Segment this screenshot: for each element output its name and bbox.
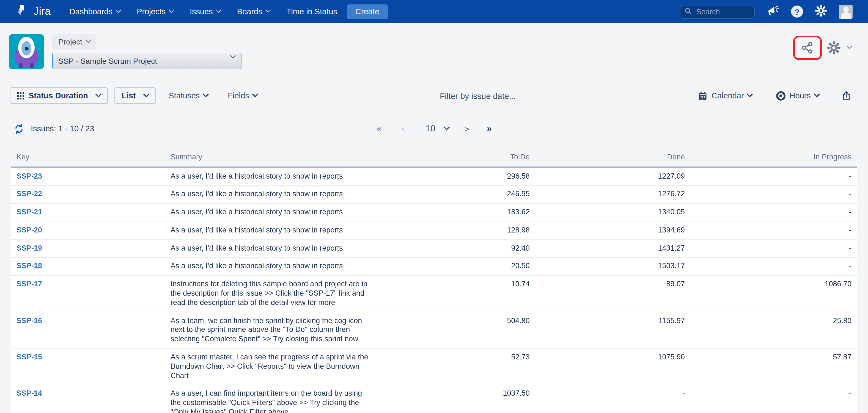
issue-key-link[interactable]: SSP-20 bbox=[17, 226, 42, 234]
todo-value: 1037.50 bbox=[374, 385, 535, 413]
issue-key-link[interactable]: SSP-16 bbox=[17, 316, 42, 324]
jira-logo-icon bbox=[17, 4, 30, 19]
chevron-down-icon bbox=[95, 91, 102, 97]
issue-key-link[interactable]: SSP-19 bbox=[17, 244, 42, 252]
issue-key-link[interactable]: SSP-23 bbox=[17, 172, 42, 180]
export-icon bbox=[841, 91, 851, 101]
view-type-dropdown[interactable]: List bbox=[115, 88, 156, 104]
share-button-annotated[interactable] bbox=[793, 36, 822, 60]
project-select[interactable]: SSP - Sample Scrum Project bbox=[52, 53, 242, 69]
todo-value: 246.95 bbox=[374, 185, 535, 204]
nav-item-boards[interactable]: Boards bbox=[237, 7, 270, 16]
issue-key-link[interactable]: SSP-18 bbox=[17, 262, 42, 270]
scope-dropdown-button[interactable]: Project bbox=[52, 34, 96, 49]
header-actions bbox=[793, 36, 851, 60]
done-value: 1227.09 bbox=[535, 167, 690, 185]
pagination-prev-button[interactable]: < bbox=[401, 124, 406, 133]
done-value: 1431.27 bbox=[535, 239, 690, 257]
nav-item-projects[interactable]: Projects bbox=[137, 7, 173, 16]
pagination: « < 10 > » bbox=[377, 124, 491, 134]
chevron-down-icon bbox=[116, 7, 121, 13]
pagination-last-button[interactable]: » bbox=[487, 124, 491, 134]
grid-icon bbox=[17, 92, 24, 99]
issue-summary: As a scrum master, I can see the progres… bbox=[165, 348, 374, 385]
column-header-in-progress[interactable]: In Progress bbox=[690, 150, 857, 167]
todo-value: 128.98 bbox=[374, 221, 535, 240]
in-progress-value: - bbox=[690, 385, 857, 413]
calendar-dropdown[interactable]: Calendar bbox=[698, 91, 752, 100]
column-header-todo[interactable]: To Do bbox=[374, 150, 535, 167]
chevron-down-icon bbox=[747, 91, 753, 97]
in-progress-value: - bbox=[690, 167, 857, 185]
issue-summary: As a user, I'd like a historical story t… bbox=[165, 257, 374, 276]
done-value: 1075.90 bbox=[535, 348, 690, 385]
chevron-down-icon bbox=[168, 7, 174, 13]
chevron-down-icon bbox=[814, 91, 820, 97]
search-icon bbox=[684, 7, 692, 18]
issue-key-link[interactable]: SSP-15 bbox=[17, 353, 42, 361]
todo-value: 183.62 bbox=[374, 203, 535, 221]
todo-value: 92.40 bbox=[374, 239, 535, 257]
user-avatar[interactable] bbox=[839, 5, 852, 19]
app-root: Jira Dashboards Projects Issues Boards T… bbox=[0, 0, 868, 413]
table-row: SSP-22 As a user, I'd like a historical … bbox=[11, 185, 857, 204]
todo-value: 52.73 bbox=[374, 348, 535, 385]
issue-key-link[interactable]: SSP-22 bbox=[17, 190, 42, 198]
chevron-down-icon bbox=[266, 7, 271, 13]
table-header-row: Key Summary To Do Done In Progress bbox=[11, 150, 857, 167]
todo-value: 20.50 bbox=[374, 257, 535, 276]
issue-key-link[interactable]: SSP-14 bbox=[17, 389, 42, 398]
pagination-next-button[interactable]: > bbox=[465, 124, 469, 133]
column-header-done[interactable]: Done bbox=[535, 150, 690, 167]
nav-item-time-in-status[interactable]: Time in Status bbox=[287, 7, 337, 16]
in-progress-value: - bbox=[690, 185, 857, 204]
page-settings-button[interactable] bbox=[827, 41, 851, 55]
table-row: SSP-20 As a user, I'd like a historical … bbox=[11, 221, 857, 240]
chevron-down-icon bbox=[85, 37, 91, 43]
share-icon bbox=[800, 41, 815, 55]
chevron-down-icon bbox=[847, 43, 852, 49]
time-unit-dropdown[interactable]: Hours bbox=[776, 91, 819, 100]
table-row: SSP-16 As a team, we can finish the spri… bbox=[11, 312, 857, 348]
issue-summary: As a user, I can find important items on… bbox=[165, 385, 374, 413]
fields-dropdown[interactable]: Fields bbox=[228, 91, 257, 100]
issue-summary: Instructions for deleting this sample bo… bbox=[165, 276, 374, 312]
in-progress-value: - bbox=[690, 239, 857, 257]
todo-value: 504.80 bbox=[374, 312, 535, 348]
table-row: SSP-19 As a user, I'd like a historical … bbox=[11, 239, 857, 257]
clock-target-icon bbox=[776, 91, 786, 100]
refresh-icon[interactable] bbox=[14, 124, 24, 134]
help-icon[interactable]: ? bbox=[791, 5, 803, 18]
jira-logo-text: Jira bbox=[34, 5, 51, 18]
column-header-summary[interactable]: Summary bbox=[165, 150, 374, 167]
column-header-key[interactable]: Key bbox=[11, 150, 165, 167]
in-progress-value: 25.80 bbox=[690, 312, 857, 348]
report-toolbar: Status Duration List Statuses Fields bbox=[0, 88, 868, 104]
chevron-down-icon bbox=[444, 124, 450, 130]
top-nav: Jira Dashboards Projects Issues Boards T… bbox=[0, 0, 868, 23]
table-row: SSP-17 Instructions for deleting this sa… bbox=[11, 276, 857, 312]
issue-date-filter-input[interactable] bbox=[405, 91, 550, 101]
table-row: SSP-15 As a scrum master, I can see the … bbox=[11, 348, 857, 385]
nav-item-issues[interactable]: Issues bbox=[190, 7, 221, 16]
project-avatar bbox=[9, 34, 44, 69]
done-value: 1276.72 bbox=[535, 185, 690, 204]
issue-key-link[interactable]: SSP-17 bbox=[17, 280, 42, 288]
settings-gear-icon[interactable] bbox=[815, 4, 827, 19]
statuses-dropdown[interactable]: Statuses bbox=[168, 91, 208, 100]
pagination-first-button[interactable]: « bbox=[377, 124, 381, 134]
table-row: SSP-21 As a user, I'd like a historical … bbox=[11, 203, 857, 221]
nav-item-dashboards[interactable]: Dashboards bbox=[70, 7, 120, 16]
in-progress-value: - bbox=[690, 203, 857, 221]
create-button[interactable]: Create bbox=[347, 4, 388, 19]
done-value: 1155.97 bbox=[535, 312, 690, 348]
project-header: Project SSP - Sample Scrum Project bbox=[0, 23, 868, 69]
issue-key-link[interactable]: SSP-21 bbox=[17, 208, 42, 216]
export-button[interactable] bbox=[841, 91, 851, 101]
report-type-dropdown[interactable]: Status Duration bbox=[10, 88, 108, 104]
feedback-megaphone-icon[interactable] bbox=[766, 4, 779, 19]
todo-value: 10.74 bbox=[374, 276, 535, 312]
page-size-dropdown[interactable]: 10 bbox=[426, 124, 449, 134]
table-row: SSP-14 As a user, I can find important i… bbox=[11, 385, 857, 413]
jira-logo[interactable]: Jira bbox=[17, 4, 51, 19]
